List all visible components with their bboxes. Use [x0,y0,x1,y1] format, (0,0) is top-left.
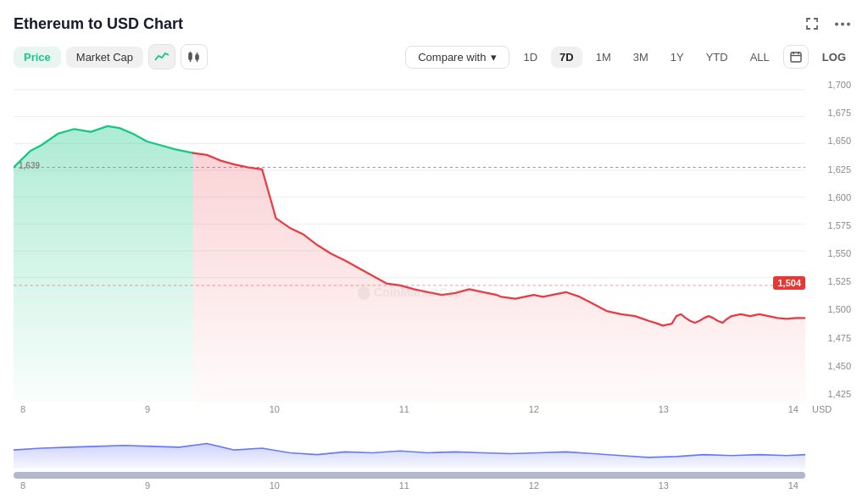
mini-x-13: 13 [659,480,669,491]
chart-container: Ethereum to USD Chart Price Mar [0,0,868,499]
svg-point-2 [847,22,850,25]
x-label-8: 8 [20,404,25,414]
y-label-1475: 1,475 [812,333,854,343]
svg-point-0 [835,22,838,25]
mini-chart-area [14,418,854,469]
y-label-1450: 1,450 [812,361,854,371]
calendar-button[interactable] [783,45,809,69]
compare-chevron-icon: ▾ [491,51,497,64]
x-axis: 8 9 10 11 12 13 14 [14,404,805,414]
candle-chart-icon[interactable] [181,44,208,69]
line-chart-icon[interactable] [148,44,175,69]
y-label-1500: 1,500 [812,304,854,314]
y-label-1700: 1,700 [812,80,854,90]
period-1m[interactable]: 1M [587,47,620,68]
header-right [800,12,854,36]
open-price-label: 1,639 [15,159,43,172]
y-label-1575: 1,575 [812,220,854,230]
y-label-1625: 1,625 [812,164,854,175]
price-tab[interactable]: Price [14,47,61,68]
scrollbar-thumb[interactable] [14,472,805,479]
chart-title: Ethereum to USD Chart [14,15,183,33]
svg-rect-6 [196,55,198,59]
expand-button[interactable] [800,12,824,36]
x-label-9: 9 [145,404,150,414]
period-3m[interactable]: 3M [625,47,657,68]
marketcap-tab[interactable]: Market Cap [66,47,143,68]
x-axis-row: 8 9 10 11 12 13 14 USD [14,404,854,414]
y-label-1650: 1,650 [812,136,854,146]
header-row: Ethereum to USD Chart [14,12,854,36]
mini-x-10: 10 [270,480,280,491]
y-label-1425: 1,425 [812,389,854,399]
mini-x-11: 11 [399,480,409,491]
mini-x-12: 12 [529,480,539,491]
period-ytd[interactable]: YTD [698,47,737,68]
svg-rect-9 [791,53,801,62]
controls-row: Price Market Cap Compare with ▾ 1D 7D 1M… [14,44,854,69]
chart-area: ⬤ CoinMarketCap 1,639 1,504 1,700 1,675 … [14,76,854,491]
y-label-1525: 1,525 [812,276,854,286]
y-label-1600: 1,600 [812,192,854,202]
mini-x-8: 8 [20,480,25,491]
chart-scrollbar[interactable] [14,472,805,479]
x-usd-label: USD [805,404,854,414]
x-label-14: 14 [788,404,798,414]
period-7d[interactable]: 7D [551,47,582,68]
more-button[interactable] [831,12,854,36]
mini-x-14: 14 [788,480,798,491]
mini-x-9: 9 [145,480,150,491]
svg-rect-3 [189,53,192,59]
svg-point-1 [841,22,844,25]
compare-with-label: Compare with [418,51,486,64]
y-label-1675: 1,675 [812,108,854,118]
x-label-13: 13 [659,404,669,414]
current-price-label: 1,504 [773,276,805,290]
compare-with-button[interactable]: Compare with ▾ [405,46,509,69]
log-button[interactable]: LOG [814,47,854,68]
y-axis: 1,700 1,675 1,650 1,625 1,600 1,575 1,55… [805,76,854,402]
svg-text:⬤ CoinMarketCap: ⬤ CoinMarketCap [357,286,461,300]
period-1d[interactable]: 1D [515,47,546,68]
period-1y[interactable]: 1Y [662,47,693,68]
x-label-11: 11 [399,404,409,414]
main-chart-svg: ⬤ CoinMarketCap 1,639 1,504 [14,76,805,402]
period-all[interactable]: ALL [742,47,778,68]
y-label-1550: 1,550 [812,248,854,258]
x-label-10: 10 [270,404,280,414]
x-label-12: 12 [529,404,539,414]
main-chart-wrap: ⬤ CoinMarketCap 1,639 1,504 1,700 1,675 … [14,76,854,402]
